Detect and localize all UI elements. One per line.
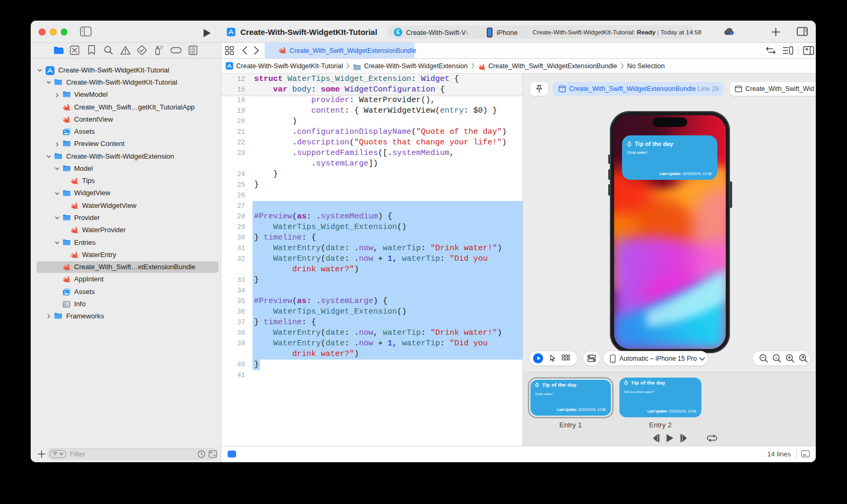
svg-text:1: 1 bbox=[775, 355, 777, 360]
